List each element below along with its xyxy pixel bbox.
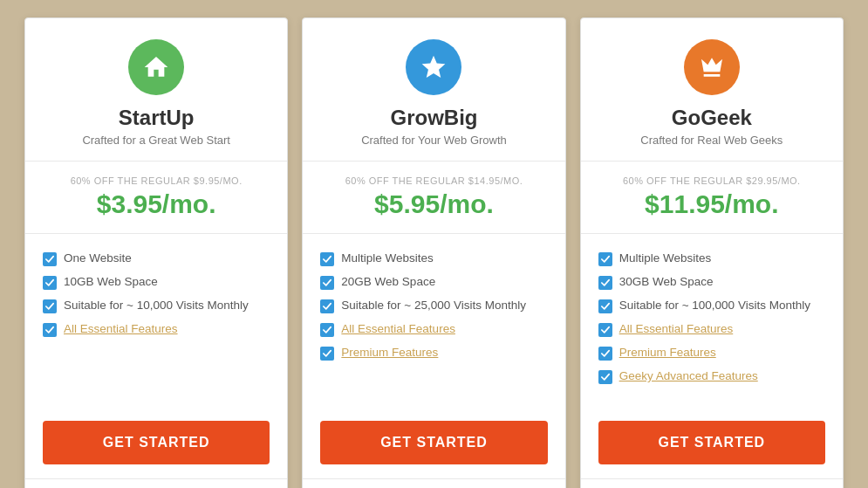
plan-discount: 60% OFF THE REGULAR $9.95/MO. (43, 175, 270, 186)
plan-discount: 60% OFF THE REGULAR $29.95/MO. (598, 175, 825, 186)
feature-item: Suitable for ~ 10,000 Visits Monthly (43, 299, 270, 313)
feature-checkbox (43, 323, 57, 337)
feature-item: Premium Features (320, 346, 547, 361)
feature-text: Multiple Websites (619, 251, 712, 265)
plan-price: $3.95/mo. (43, 189, 270, 219)
plan-card-growbig: GrowBig Crafted for Your Web Growth 60% … (302, 17, 565, 488)
plans-container: StartUp Crafted for a Great Web Start 60… (17, 17, 851, 488)
feature-checkbox (320, 323, 334, 337)
feature-link[interactable]: All Essential Features (341, 322, 455, 335)
plan-name: GrowBig (320, 106, 547, 130)
feature-checkbox (598, 276, 612, 290)
get-started-button[interactable]: GET STARTED (598, 421, 825, 464)
feature-item: Multiple Websites (320, 251, 547, 266)
feature-checkbox (320, 347, 334, 361)
plan-header: StartUp Crafted for a Great Web Start (25, 18, 287, 162)
feature-item: All Essential Features (598, 322, 825, 337)
feature-checkbox (320, 299, 334, 313)
plan-features: Multiple Websites 20GB Web Space Suitabl… (303, 234, 564, 407)
plan-icon-circle (128, 39, 184, 95)
feature-link[interactable]: Geeky Advanced Features (619, 369, 758, 382)
feature-checkbox (43, 252, 57, 266)
plan-icon-circle (684, 39, 740, 95)
feature-item: 20GB Web Space (320, 275, 547, 290)
plan-footer[interactable]: Jump To Plan Details ⬇ (25, 478, 287, 488)
feature-checkbox (43, 276, 57, 290)
feature-item: Geeky Advanced Features (598, 369, 825, 384)
feature-checkbox (598, 347, 612, 361)
plan-footer[interactable]: Jump To Plan Details ⬇ (581, 478, 843, 488)
plan-discount: 60% OFF THE REGULAR $14.95/MO. (320, 175, 547, 186)
feature-text: Suitable for ~ 100,000 Visits Monthly (619, 299, 810, 312)
plan-tagline: Crafted for Real Web Geeks (598, 134, 825, 147)
feature-item: All Essential Features (43, 322, 270, 337)
plan-features: Multiple Websites 30GB Web Space Suitabl… (581, 234, 843, 407)
feature-item: 10GB Web Space (43, 275, 270, 290)
feature-checkbox (320, 276, 334, 290)
feature-checkbox (320, 252, 334, 266)
feature-checkbox (43, 299, 57, 313)
feature-checkbox (598, 323, 612, 337)
plan-card-gogeek: GoGeek Crafted for Real Web Geeks 60% OF… (580, 17, 844, 488)
plan-features: One Website 10GB Web Space Suitable for … (25, 234, 287, 407)
feature-item: All Essential Features (320, 322, 547, 337)
feature-checkbox (598, 370, 612, 384)
feature-link[interactable]: All Essential Features (64, 322, 178, 335)
plan-price: $5.95/mo. (320, 189, 547, 219)
feature-text: Suitable for ~ 10,000 Visits Monthly (64, 299, 249, 312)
plan-name: StartUp (43, 106, 270, 130)
plan-cta: GET STARTED (303, 407, 564, 478)
feature-item: Suitable for ~ 100,000 Visits Monthly (598, 299, 825, 313)
feature-text: Multiple Websites (341, 251, 434, 265)
plan-icon-circle (406, 39, 461, 95)
get-started-button[interactable]: GET STARTED (320, 421, 547, 464)
feature-item: Multiple Websites (598, 251, 825, 266)
feature-text: One Website (64, 251, 132, 265)
plan-tagline: Crafted for a Great Web Start (43, 134, 270, 147)
plan-tagline: Crafted for Your Web Growth (320, 134, 547, 147)
plan-name: GoGeek (598, 106, 825, 130)
get-started-button[interactable]: GET STARTED (43, 421, 270, 464)
feature-text: 30GB Web Space (619, 275, 714, 288)
feature-item: One Website (43, 251, 270, 266)
plan-header: GrowBig Crafted for Your Web Growth (303, 18, 564, 162)
plan-pricing: 60% OFF THE REGULAR $14.95/MO. $5.95/mo. (303, 162, 564, 234)
feature-text: Suitable for ~ 25,000 Visits Monthly (341, 299, 526, 312)
feature-checkbox (598, 252, 612, 266)
plan-card-startup: StartUp Crafted for a Great Web Start 60… (24, 17, 288, 488)
plan-cta: GET STARTED (581, 407, 843, 478)
feature-link[interactable]: Premium Features (619, 346, 716, 359)
feature-item: Premium Features (598, 346, 825, 361)
feature-item: 30GB Web Space (598, 275, 825, 290)
feature-text: 10GB Web Space (64, 275, 158, 288)
plan-pricing: 60% OFF THE REGULAR $29.95/MO. $11.95/mo… (581, 162, 843, 234)
plan-header: GoGeek Crafted for Real Web Geeks (581, 18, 843, 162)
feature-link[interactable]: Premium Features (341, 346, 438, 359)
feature-text: 20GB Web Space (341, 275, 435, 288)
feature-link[interactable]: All Essential Features (619, 322, 734, 335)
plan-pricing: 60% OFF THE REGULAR $9.95/MO. $3.95/mo. (25, 162, 287, 234)
plan-cta: GET STARTED (25, 407, 287, 478)
feature-item: Suitable for ~ 25,000 Visits Monthly (320, 299, 547, 313)
plan-footer[interactable]: Jump To Plan Details ⬇ (303, 478, 564, 488)
plan-price: $11.95/mo. (598, 189, 825, 219)
feature-checkbox (598, 299, 612, 313)
